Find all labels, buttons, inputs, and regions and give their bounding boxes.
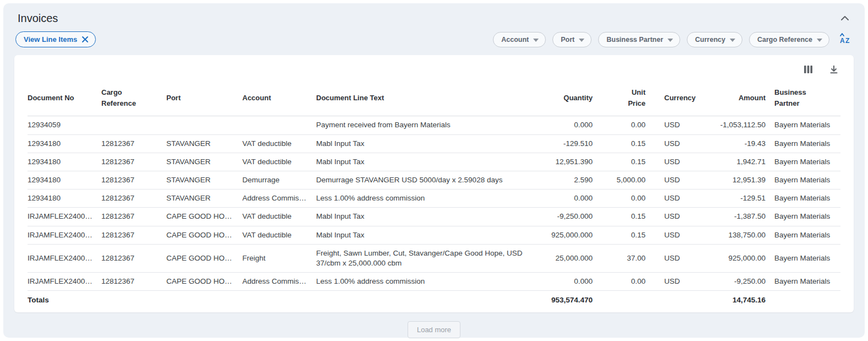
table-cell: CAPE GOOD HOPE <box>166 226 242 244</box>
table-cell <box>242 116 316 134</box>
table-cell: USD <box>654 171 702 189</box>
invoices-card: Document No Cargo Reference Port Account… <box>14 55 854 312</box>
table-cell: 0.15 <box>601 208 654 226</box>
column-header-port[interactable]: Port <box>166 79 242 116</box>
table-cell: 12934180 <box>28 153 101 171</box>
table-cell: -1,053,112.50 <box>702 116 774 134</box>
column-header-amount[interactable]: Amount <box>702 79 774 116</box>
filter-port[interactable]: Port <box>552 32 592 47</box>
table-row: IRJAMFLEX24000412812367CAPE GOOD HOPEVAT… <box>28 208 840 226</box>
table-cell: STAVANGER <box>166 190 242 208</box>
table-cell: VAT deductible <box>242 134 316 153</box>
table-cell: Bayern Materials <box>774 190 840 208</box>
table-cell: IRJAMFLEX240004 <box>28 208 101 226</box>
table-row: 1293418012812367STAVANGERVAT deductibleM… <box>28 134 840 153</box>
panel-header: Invoices <box>14 11 854 25</box>
sort-alphabetical-button[interactable]: A Z <box>839 33 853 46</box>
table-row: 1293418012812367STAVANGERVAT deductibleM… <box>28 153 840 171</box>
table-cell: -9,250.00 <box>702 273 774 291</box>
table-cell: Mabl Input Tax <box>316 208 543 226</box>
table-cell: 925,000.000 <box>543 226 601 244</box>
collapse-panel-button[interactable] <box>838 12 851 25</box>
table-cell: 0.000 <box>543 273 601 291</box>
column-header-document-no[interactable]: Document No <box>28 79 101 116</box>
column-header-currency[interactable]: Currency <box>654 79 702 116</box>
table-cell: Bayern Materials <box>774 171 840 189</box>
view-line-items-chip[interactable]: View Line Items <box>15 31 96 47</box>
table-cell: -19.43 <box>702 134 774 153</box>
table-cell: Mabl Input Tax <box>316 226 543 244</box>
table-cell: 0.00 <box>601 273 654 291</box>
invoices-table: Document No Cargo Reference Port Account… <box>28 79 840 309</box>
table-cell: IRJAMFLEX240004 <box>28 226 101 244</box>
table-cell: 12812367 <box>101 273 166 291</box>
table-cell: CAPE GOOD HOPE <box>166 273 242 291</box>
download-button[interactable] <box>828 64 839 77</box>
table-row: IRJAMFLEX24000412812367CAPE GOOD HOPEAdd… <box>28 273 840 291</box>
table-cell: VAT deductible <box>242 153 316 171</box>
table-cell <box>101 116 166 134</box>
table-cell: 12812367 <box>101 134 166 153</box>
load-more-container: Load more <box>14 321 854 338</box>
table-cell: Demurrage STAVANGER USD 5000/day x 2.590… <box>316 171 543 189</box>
table-cell: 12,951.39 <box>702 171 774 189</box>
table-cell: 12934180 <box>28 171 101 189</box>
table-cell: USD <box>654 208 702 226</box>
filter-label: Account <box>501 36 529 44</box>
column-settings-button[interactable] <box>802 64 814 77</box>
table-cell: USD <box>654 273 702 291</box>
sort-alphabetical-icon: A Z <box>839 33 853 46</box>
table-cell: 925,000.00 <box>702 244 774 272</box>
table-cell: 12812367 <box>101 153 166 171</box>
card-actions <box>28 61 840 79</box>
table-cell: 5,000.00 <box>601 171 654 189</box>
column-header-cargo-reference[interactable]: Cargo Reference <box>101 79 166 116</box>
table-cell: USD <box>654 226 702 244</box>
table-cell: 2.590 <box>543 171 601 189</box>
filter-label: Currency <box>695 36 725 44</box>
totals-row: Totals 953,574.470 14,745.16 <box>28 291 840 310</box>
table-cell: IRJAMFLEX240004 <box>28 273 101 291</box>
table-row: 12934059Payment received from Bayern Mat… <box>28 116 840 134</box>
table-cell: STAVANGER <box>166 153 242 171</box>
table-cell: -129.510 <box>543 134 601 153</box>
table-cell: VAT deductible <box>242 208 316 226</box>
filter-cargo-reference[interactable]: Cargo Reference <box>749 32 829 47</box>
invoice-table-body: 12934059Payment received from Bayern Mat… <box>28 116 840 291</box>
page-title: Invoices <box>18 12 58 25</box>
table-cell: 0.15 <box>601 226 654 244</box>
table-cell: CAPE GOOD HOPE <box>166 208 242 226</box>
filter-currency[interactable]: Currency <box>687 32 742 47</box>
filter-label: Port <box>561 36 574 44</box>
table-row: 1293418012812367STAVANGERDemurrageDemurr… <box>28 171 840 189</box>
table-cell: Bayern Materials <box>774 153 840 171</box>
table-cell: 0.15 <box>601 153 654 171</box>
load-more-button[interactable]: Load more <box>408 321 460 338</box>
x-icon[interactable] <box>82 36 89 43</box>
table-cell: 25,000.000 <box>543 244 601 272</box>
table-cell: Less 1.00% address commission <box>316 190 543 208</box>
table-cell: Demurrage <box>242 171 316 189</box>
table-cell: 0.00 <box>601 116 654 134</box>
chevron-down-icon <box>579 36 584 44</box>
table-cell: STAVANGER <box>166 171 242 189</box>
totals-label: Totals <box>28 291 101 310</box>
filter-business-partner[interactable]: Business Partner <box>598 32 680 47</box>
column-settings-icon <box>804 65 813 75</box>
view-line-items-label: View Line Items <box>24 35 77 44</box>
column-header-quantity[interactable]: Quantity <box>543 79 601 116</box>
table-cell: -129.51 <box>702 190 774 208</box>
column-header-business-partner[interactable]: Business Partner <box>774 79 840 116</box>
svg-text:Z: Z <box>845 37 849 44</box>
table-cell: 12934180 <box>28 190 101 208</box>
table-cell: 37.00 <box>601 244 654 272</box>
column-header-account[interactable]: Account <box>242 79 316 116</box>
column-header-unit-price[interactable]: Unit Price <box>601 79 654 116</box>
column-header-document-line-text[interactable]: Document Line Text <box>316 79 543 116</box>
table-cell: 0.00 <box>601 190 654 208</box>
table-cell: 1,942.71 <box>702 153 774 171</box>
table-row: 1293418012812367STAVANGERAddress Commis…… <box>28 190 840 208</box>
table-cell: Bayern Materials <box>774 116 840 134</box>
filter-account[interactable]: Account <box>493 32 546 47</box>
table-cell: Address Commis… <box>242 273 316 291</box>
